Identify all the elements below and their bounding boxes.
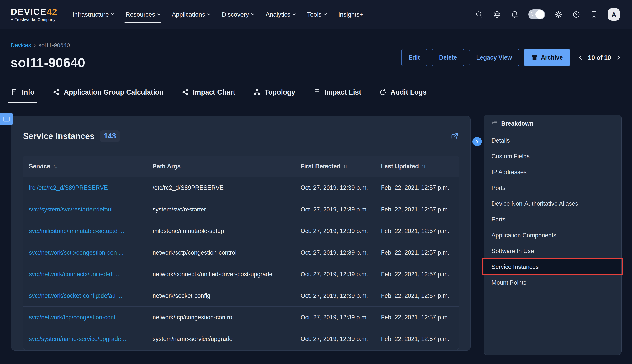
sitemap-icon bbox=[253, 88, 261, 96]
search-icon[interactable] bbox=[475, 10, 483, 18]
drawer-edge bbox=[477, 116, 477, 355]
sidebar-item-application-components[interactable]: Application Components bbox=[484, 228, 621, 243]
main-menu: Infrastructure Resources Applications Di… bbox=[73, 0, 363, 29]
tab-impact-list[interactable]: Impact List bbox=[313, 88, 361, 96]
pager-next-icon[interactable] bbox=[616, 56, 620, 60]
legacy-view-button[interactable]: Legacy View bbox=[469, 49, 519, 66]
breadcrumb-separator: › bbox=[34, 42, 36, 48]
stacked-list-icon bbox=[313, 88, 321, 96]
pager-previous-icon[interactable] bbox=[579, 56, 583, 60]
toggle-knob bbox=[535, 10, 544, 19]
archive-button[interactable]: Archive bbox=[524, 49, 570, 66]
sidebar-item-ip-addresses[interactable]: IP Addresses bbox=[484, 164, 621, 180]
table-row: svc:/system/svc/restarter:defaul ... sys… bbox=[23, 198, 459, 220]
breakdown-list: Details Custom Fields IP Addresses Ports… bbox=[484, 133, 621, 290]
sidebar-item-service-instances[interactable]: Service Instances bbox=[484, 259, 621, 275]
brand-tagline: A Freshworks Company bbox=[11, 17, 58, 22]
path-args-cell: system/svc/restarter bbox=[153, 206, 301, 213]
tab-info[interactable]: Info bbox=[11, 88, 35, 96]
service-link[interactable]: svc:/network/socket-config:defau ... bbox=[23, 292, 153, 299]
user-avatar[interactable]: A bbox=[608, 8, 620, 20]
table-row: svc:/network/socket-config:defau ... net… bbox=[23, 285, 459, 306]
menu-applications[interactable]: Applications bbox=[172, 0, 210, 29]
share-network-icon bbox=[53, 88, 60, 96]
service-link[interactable]: lrc:/etc/rc2_d/S89PRESERVE bbox=[23, 184, 153, 191]
menu-tools[interactable]: Tools bbox=[307, 0, 326, 29]
service-link[interactable]: svc:/network/sctp/congestion-con ... bbox=[23, 249, 153, 256]
tab-audit-logs[interactable]: Audit Logs bbox=[379, 88, 427, 96]
moon-icon: ☾ bbox=[530, 10, 535, 17]
chevron-down-icon bbox=[251, 12, 254, 15]
notifications-bell-icon[interactable] bbox=[511, 10, 519, 18]
edit-button[interactable]: Edit bbox=[401, 49, 427, 66]
service-link[interactable]: svc:/network/tcp/congestion-cont ... bbox=[23, 314, 153, 321]
column-header-path-args: Path Args bbox=[153, 163, 301, 170]
device-tabs: Info Application Group Calculation Impac… bbox=[11, 85, 427, 99]
service-link[interactable]: svc:/network/connectx/unified-dr ... bbox=[23, 271, 153, 278]
last-updated-cell: Feb. 22, 2021, 12:57 p.m. bbox=[381, 314, 459, 321]
service-link[interactable]: svc:/milestone/immutable-setup:d ... bbox=[23, 228, 153, 234]
table-row: svc:/network/tcp/congestion-cont ... net… bbox=[23, 306, 459, 328]
column-header-first-detected[interactable]: First Detected ↑↓ bbox=[301, 163, 381, 170]
gear-settings-icon[interactable] bbox=[554, 10, 563, 18]
globe-icon[interactable] bbox=[493, 10, 501, 18]
list-tree-icon bbox=[491, 120, 498, 127]
table-row: svc:/milestone/immutable-setup:d ... mil… bbox=[23, 220, 459, 242]
sidebar-item-software-in-use[interactable]: Software In Use bbox=[484, 243, 621, 259]
sidebar-item-parts[interactable]: Parts bbox=[484, 212, 621, 228]
panel-header: Service Instances 143 bbox=[11, 116, 470, 142]
breadcrumb: Devices › sol11-90640 bbox=[11, 42, 70, 48]
service-link[interactable]: svc:/system/name-service/upgrade ... bbox=[23, 336, 153, 342]
breadcrumb-devices-link[interactable]: Devices bbox=[11, 42, 31, 48]
first-detected-cell: Oct. 27, 2019, 12:39 p.m. bbox=[301, 271, 381, 278]
table-row: svc:/network/sctp/congestion-con ... net… bbox=[23, 242, 459, 263]
path-args-cell: system/name-service/upgrade bbox=[153, 336, 301, 342]
panel-title: Service Instances bbox=[23, 131, 95, 141]
tab-topology[interactable]: Topology bbox=[253, 88, 295, 96]
menu-analytics[interactable]: Analytics bbox=[266, 0, 295, 29]
sidebar-item-mount-points[interactable]: Mount Points bbox=[484, 275, 621, 290]
theme-toggle[interactable]: ☾ bbox=[528, 10, 545, 20]
device42-logo[interactable]: DEVICE42 A Freshworks Company bbox=[11, 7, 58, 22]
external-link-icon[interactable] bbox=[451, 132, 459, 140]
sidebar-item-details[interactable]: Details bbox=[484, 133, 621, 148]
sort-icon[interactable]: ↑↓ bbox=[343, 163, 347, 170]
chevron-down-icon bbox=[207, 12, 210, 15]
sort-icon[interactable]: ↑↓ bbox=[421, 163, 425, 170]
menu-discovery[interactable]: Discovery bbox=[222, 0, 254, 29]
sidebar-item-custom-fields[interactable]: Custom Fields bbox=[484, 148, 621, 164]
bookmark-icon[interactable] bbox=[590, 10, 598, 18]
help-icon[interactable] bbox=[572, 10, 580, 18]
pager-label: 10 of 10 bbox=[588, 54, 611, 61]
tab-impact-chart[interactable]: Impact Chart bbox=[182, 88, 235, 96]
path-args-cell: network/socket-config bbox=[153, 292, 301, 299]
last-updated-cell: Feb. 22, 2021, 12:57 p.m. bbox=[381, 271, 459, 278]
sort-icon[interactable]: ↑↓ bbox=[53, 163, 57, 170]
column-header-service[interactable]: Service ↑↓ bbox=[23, 163, 153, 170]
column-header-last-updated[interactable]: Last Updated ↑↓ bbox=[381, 163, 459, 170]
breakdown-header: Breakdown bbox=[484, 115, 621, 133]
breakdown-title: Breakdown bbox=[501, 120, 533, 127]
menu-insights[interactable]: Insights+ bbox=[338, 0, 363, 29]
left-panel-toggle[interactable] bbox=[0, 113, 13, 126]
sidebar-item-device-non-authoritative-aliases[interactable]: Device Non-Authoritative Aliases bbox=[484, 196, 621, 212]
first-detected-cell: Oct. 27, 2019, 12:39 p.m. bbox=[301, 184, 381, 191]
menu-resources[interactable]: Resources bbox=[126, 0, 160, 29]
table-body: lrc:/etc/rc2_d/S89PRESERVE /etc/rc2_d/S8… bbox=[23, 177, 459, 350]
last-updated-cell: Feb. 22, 2021, 12:57 p.m. bbox=[381, 206, 459, 213]
history-icon bbox=[379, 88, 386, 96]
service-link[interactable]: svc:/system/svc/restarter:defaul ... bbox=[23, 206, 153, 213]
page-title: sol11-90640 bbox=[11, 55, 85, 70]
menu-infrastructure[interactable]: Infrastructure bbox=[73, 0, 114, 29]
path-args-cell: milestone/immutable-setup bbox=[153, 228, 301, 234]
logo-wordmark: DEVICE42 bbox=[11, 7, 58, 16]
service-instances-table: Service ↑↓ Path Args First Detected ↑↓ L… bbox=[23, 156, 459, 350]
tab-application-group-calculation[interactable]: Application Group Calculation bbox=[53, 88, 164, 96]
breakdown-sidebar: Breakdown Details Custom Fields IP Addre… bbox=[484, 114, 621, 355]
sidebar-collapse-button[interactable] bbox=[472, 137, 482, 146]
sidebar-item-ports[interactable]: Ports bbox=[484, 180, 621, 196]
delete-button[interactable]: Delete bbox=[432, 49, 464, 66]
chevron-down-icon bbox=[157, 12, 160, 15]
path-args-cell: network/sctp/congestion-control bbox=[153, 249, 301, 256]
path-args-cell: network/tcp/congestion-control bbox=[153, 314, 301, 321]
